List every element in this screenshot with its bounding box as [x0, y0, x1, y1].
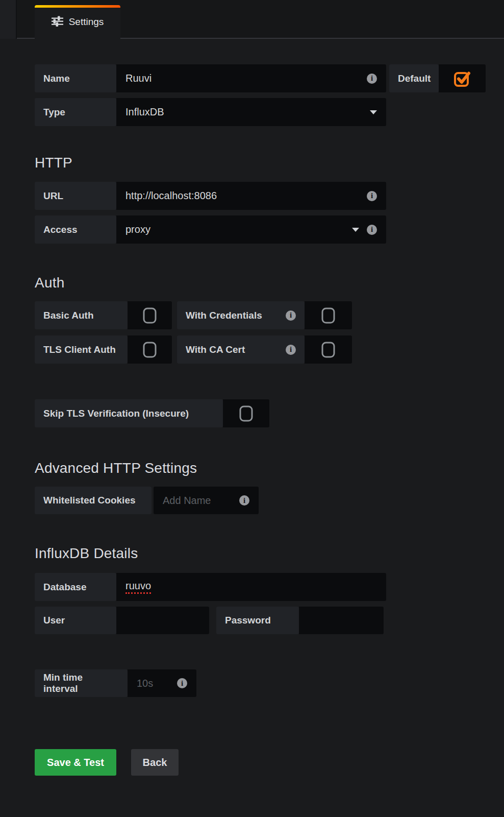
basic-auth-label: Basic Auth: [35, 301, 128, 329]
name-label: Name: [35, 64, 116, 92]
user-input[interactable]: [116, 607, 209, 634]
access-label: Access: [35, 215, 116, 244]
name-value: Ruuvi: [125, 73, 152, 84]
skip-tls-label: Skip TLS Verification (Insecure): [35, 399, 223, 427]
tab-settings[interactable]: Settings: [35, 5, 120, 39]
database-input[interactable]: ruuvo: [116, 573, 386, 601]
type-label: Type: [35, 98, 116, 126]
whitelisted-cookies-input[interactable]: Add Name i: [154, 487, 259, 514]
action-buttons: Save & Test Back: [35, 749, 504, 776]
page-header: Settings: [0, 0, 504, 39]
min-time-interval-info-icon[interactable]: i: [177, 678, 187, 688]
type-select[interactable]: InfluxDB: [116, 98, 386, 126]
skip-tls-row: Skip TLS Verification (Insecure): [35, 399, 504, 427]
auth-row-2: TLS Client Auth With CA Cert i: [35, 335, 504, 364]
url-info-icon[interactable]: i: [367, 191, 377, 201]
influxdb-details-heading: InfluxDB Details: [35, 545, 504, 562]
with-credentials-checkbox[interactable]: [305, 301, 352, 329]
whitelisted-cookies-row: Whitelisted Cookies Add Name i: [35, 487, 504, 514]
tab-settings-label: Settings: [69, 16, 104, 28]
default-label: Default: [389, 64, 439, 92]
with-ca-cert-label: With CA Cert i: [177, 335, 305, 364]
whitelisted-cookies-label: Whitelisted Cookies: [35, 487, 152, 514]
advanced-http-heading: Advanced HTTP Settings: [35, 460, 504, 476]
database-label: Database: [35, 573, 116, 601]
basic-auth-checkbox[interactable]: [128, 301, 172, 329]
name-row: Name Ruuvi i Default: [35, 64, 504, 92]
tab-accent-bar: [35, 5, 120, 8]
user-password-row: User Password: [35, 607, 504, 634]
save-and-test-button[interactable]: Save & Test: [35, 749, 116, 776]
type-value: InfluxDB: [125, 106, 164, 118]
tls-client-auth-label: TLS Client Auth: [35, 335, 128, 364]
min-time-interval-label: Min time interval: [35, 669, 128, 697]
skip-tls-checkbox[interactable]: [223, 399, 269, 427]
url-row: URL http://localhost:8086 i: [35, 182, 504, 210]
with-credentials-text: With Credentials: [186, 310, 262, 321]
access-select[interactable]: proxy i: [116, 215, 386, 244]
password-input[interactable]: [299, 607, 384, 634]
with-ca-cert-checkbox[interactable]: [305, 335, 352, 364]
password-label: Password: [216, 607, 299, 634]
name-input[interactable]: Ruuvi i: [116, 64, 386, 92]
access-row: Access proxy i: [35, 215, 504, 244]
whitelisted-cookies-info-icon[interactable]: i: [239, 495, 249, 506]
url-input[interactable]: http://localhost:8086 i: [116, 182, 386, 210]
database-value: ruuvo: [125, 580, 151, 594]
sliders-icon: [52, 16, 63, 29]
url-label: URL: [35, 182, 116, 210]
with-credentials-info-icon[interactable]: i: [286, 310, 296, 321]
header-left-strip: [0, 0, 17, 39]
access-info-icon[interactable]: i: [367, 225, 377, 235]
min-time-interval-input[interactable]: 10s i: [128, 669, 196, 697]
type-row: Type InfluxDB: [35, 98, 504, 126]
database-row: Database ruuvo: [35, 573, 504, 601]
auth-section-heading: Auth: [35, 275, 504, 291]
with-ca-cert-info-icon[interactable]: i: [286, 345, 296, 355]
access-value: proxy: [125, 224, 150, 235]
min-time-interval-placeholder: 10s: [137, 678, 153, 689]
user-label: User: [35, 607, 116, 634]
url-value: http://localhost:8086: [125, 190, 217, 202]
with-credentials-label: With Credentials i: [177, 301, 305, 329]
chevron-down-icon: [370, 110, 377, 114]
back-button[interactable]: Back: [131, 749, 179, 776]
tls-client-auth-checkbox[interactable]: [128, 335, 172, 364]
datasource-settings-form: Name Ruuvi i Default Type InfluxDB HTTP …: [0, 39, 504, 776]
min-time-interval-row: Min time interval 10s i: [35, 669, 504, 697]
name-info-icon[interactable]: i: [367, 74, 377, 84]
auth-row-1: Basic Auth With Credentials i: [35, 301, 504, 329]
chevron-down-icon: [352, 228, 359, 232]
with-ca-cert-text: With CA Cert: [186, 344, 245, 355]
whitelisted-cookies-placeholder: Add Name: [163, 495, 211, 507]
default-checkbox[interactable]: [439, 64, 486, 92]
http-section-heading: HTTP: [35, 155, 504, 171]
